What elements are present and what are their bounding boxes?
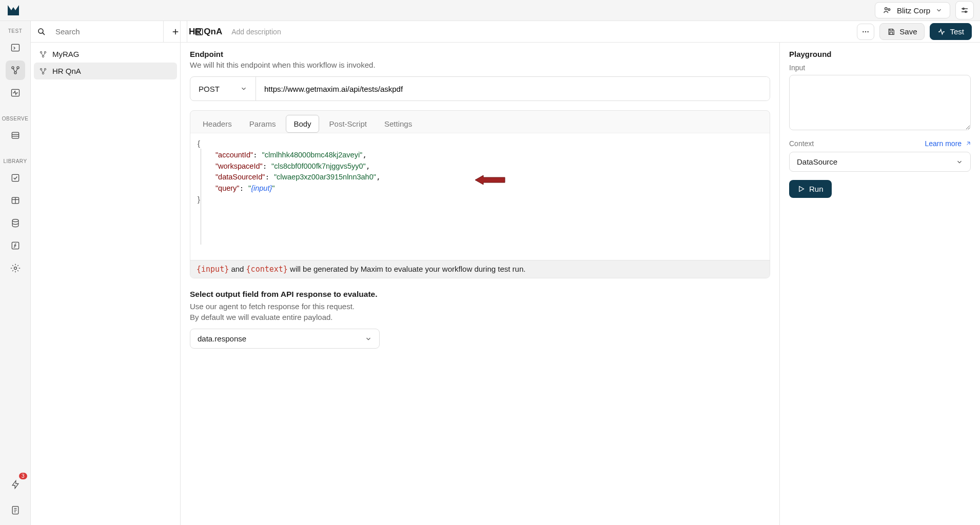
add-description-link[interactable]: Add description <box>231 28 281 36</box>
save-label: Save <box>899 27 917 36</box>
svg-point-8 <box>16 67 18 69</box>
svg-point-1 <box>888 9 890 11</box>
svg-rect-41 <box>890 32 893 34</box>
save-icon <box>887 28 895 36</box>
hint-bar: {input} and {context} will be generated … <box>190 260 770 278</box>
svg-point-35 <box>44 68 46 70</box>
svg-line-26 <box>43 32 45 34</box>
rail-notifications-icon[interactable]: 3 <box>6 475 25 494</box>
tab-body[interactable]: Body <box>286 115 319 133</box>
pg-context-label: Context <box>789 139 814 148</box>
sidebar: MyRAG HR QnA <box>31 21 181 525</box>
svg-point-36 <box>42 72 44 74</box>
run-button[interactable]: Run <box>789 180 832 198</box>
svg-point-25 <box>38 29 43 33</box>
svg-marker-43 <box>799 187 804 192</box>
plus-icon <box>171 27 180 36</box>
sidebar-item-label: MyRAG <box>52 50 80 58</box>
notification-badge: 3 <box>19 473 27 479</box>
method-select[interactable]: POST <box>190 77 256 100</box>
svg-point-9 <box>14 72 16 74</box>
rail-docs-icon[interactable] <box>6 500 25 520</box>
tab-settings[interactable]: Settings <box>377 115 419 132</box>
tab-post-script[interactable]: Post-Script <box>322 115 374 132</box>
url-input[interactable] <box>256 77 770 100</box>
chevron-down-icon <box>240 85 247 92</box>
tab-params[interactable]: Params <box>242 115 283 132</box>
pg-input-label: Input <box>789 64 971 72</box>
svg-point-38 <box>865 31 866 32</box>
activity-icon <box>937 28 946 36</box>
svg-point-0 <box>885 8 887 10</box>
org-selector[interactable]: Blitz Corp <box>875 2 950 18</box>
output-field-value: data.response <box>198 334 246 343</box>
rail-database-icon[interactable] <box>6 213 25 233</box>
endpoint-title: Endpoint <box>190 50 770 58</box>
test-button[interactable]: Test <box>930 23 972 40</box>
rail-section-library: LIBRARY <box>3 158 27 164</box>
external-link-icon <box>965 141 971 147</box>
more-button[interactable] <box>857 24 874 40</box>
svg-point-7 <box>11 67 13 69</box>
arrow-annotation <box>475 174 506 189</box>
output-sub1: Use our agent to fetch response for this… <box>190 302 770 311</box>
rail-section-observe: OBSERVE <box>2 116 29 122</box>
output-title: Select output field from API response to… <box>190 290 770 299</box>
svg-point-18 <box>12 219 18 222</box>
svg-point-20 <box>14 267 16 270</box>
app-logo[interactable] <box>6 3 21 17</box>
pg-input[interactable] <box>789 75 971 130</box>
page-title: HR QnA <box>189 27 222 37</box>
rail-function-icon[interactable] <box>6 236 25 255</box>
svg-point-39 <box>868 31 869 32</box>
search-input[interactable] <box>51 27 157 36</box>
svg-point-33 <box>42 55 44 57</box>
settings-button[interactable] <box>955 1 974 19</box>
svg-point-32 <box>44 51 46 53</box>
content: HR QnA Add description Save Test <box>181 21 980 525</box>
chevron-down-icon <box>935 7 943 14</box>
body-editor[interactable]: { "accountId": "clmlhhk48000bmc48kj2avey… <box>190 133 770 260</box>
sidebar-item-label: HR QnA <box>52 67 81 75</box>
rail-pulse-icon[interactable] <box>6 83 25 103</box>
topbar: Blitz Corp <box>0 0 980 21</box>
playground-pane: Playground Input Context Learn more Data… <box>780 43 980 525</box>
rail-section-test: TEST <box>8 28 23 34</box>
play-icon <box>797 185 805 193</box>
rail-terminal-icon[interactable] <box>6 38 25 57</box>
svg-marker-42 <box>475 175 505 185</box>
search-icon <box>37 27 46 36</box>
org-name: Blitz Corp <box>897 6 930 15</box>
chevron-down-icon <box>365 335 372 342</box>
output-field-select[interactable]: data.response <box>190 329 380 349</box>
rail-logs-icon[interactable] <box>6 126 25 145</box>
left-rail: TEST OBSERVE LIBRARY <box>0 21 31 525</box>
datasource-select[interactable]: DataSource <box>789 152 971 172</box>
learn-more-link[interactable]: Learn more <box>925 139 971 148</box>
endpoint-subtitle: We will hit this endpoint when this work… <box>190 60 770 69</box>
svg-point-37 <box>863 31 864 32</box>
svg-rect-6 <box>11 44 19 51</box>
rail-gear-icon[interactable] <box>6 258 25 278</box>
sidebar-item-myrag[interactable]: MyRAG <box>34 46 177 63</box>
editor-pane: Endpoint We will hit this endpoint when … <box>181 43 780 525</box>
playground-title: Playground <box>789 50 971 58</box>
run-label: Run <box>809 185 824 193</box>
chevron-down-icon <box>956 158 963 166</box>
output-sub2: By default we will evaluate entire paylo… <box>190 313 770 321</box>
rail-check-icon[interactable] <box>6 168 25 188</box>
svg-point-31 <box>40 51 42 53</box>
tab-headers[interactable]: Headers <box>195 115 239 132</box>
sidebar-item-hrqna[interactable]: HR QnA <box>34 63 177 79</box>
dots-icon <box>861 28 870 36</box>
svg-rect-14 <box>12 174 18 181</box>
method-value: POST <box>199 85 220 93</box>
rail-workflow-icon[interactable] <box>6 60 25 80</box>
test-label: Test <box>950 27 964 36</box>
save-button[interactable]: Save <box>879 23 925 40</box>
rail-table-icon[interactable] <box>6 191 25 210</box>
svg-rect-40 <box>890 29 893 30</box>
svg-point-34 <box>40 68 42 70</box>
svg-rect-11 <box>12 132 18 138</box>
datasource-value: DataSource <box>797 157 837 166</box>
